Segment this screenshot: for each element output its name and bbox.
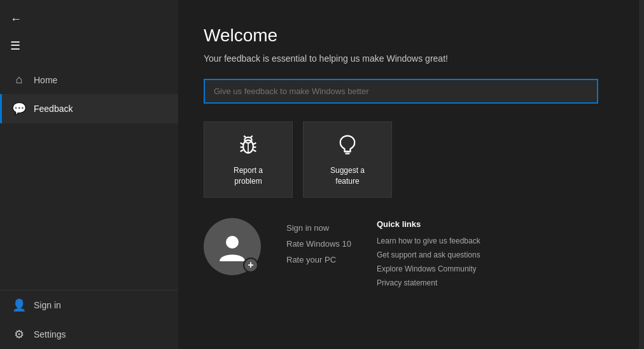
privacy-link[interactable]: Privacy statement xyxy=(377,278,480,287)
feedback-search-input[interactable] xyxy=(204,79,598,104)
lightbulb-icon xyxy=(336,133,359,160)
svg-line-4 xyxy=(241,142,244,144)
signin-icon: 👤 xyxy=(12,298,26,312)
back-icon: ← xyxy=(10,13,22,26)
svg-line-6 xyxy=(241,150,244,151)
svg-line-9 xyxy=(253,150,256,151)
sidebar-bottom: 👤 Sign in ⚙ Settings xyxy=(0,290,178,349)
sidebar-item-home-label: Home xyxy=(34,75,57,85)
bottom-section: + Sign in now Rate Windows 10 Rate your … xyxy=(204,218,619,287)
svg-point-13 xyxy=(226,236,239,249)
action-cards: Report aproblem Suggest afeature xyxy=(204,121,619,198)
sidebar-item-settings-label: Settings xyxy=(34,329,66,339)
sign-in-links: Sign in now Rate Windows 10 Rate your PC xyxy=(286,218,351,264)
avatar-add-icon: + xyxy=(243,257,258,273)
svg-line-2 xyxy=(244,135,246,137)
rate-pc-link[interactable]: Rate your PC xyxy=(286,255,351,264)
sidebar: ← ☰ ⌂ Home 💬 Feedback 👤 Sign in ⚙ Settin… xyxy=(0,0,178,349)
svg-line-3 xyxy=(250,135,252,137)
get-support-link[interactable]: Get support and ask questions xyxy=(377,250,480,259)
suggest-feature-label: Suggest afeature xyxy=(330,165,365,187)
page-subtitle: Your feedback is essential to helping us… xyxy=(204,53,619,64)
quick-links: Quick links Learn how to give us feedbac… xyxy=(377,218,480,287)
quick-links-title: Quick links xyxy=(377,219,480,229)
avatar-icon xyxy=(216,231,248,263)
explore-community-link[interactable]: Explore Windows Community xyxy=(377,264,480,273)
scrollbar[interactable] xyxy=(639,0,644,349)
rate-windows-link[interactable]: Rate Windows 10 xyxy=(286,239,351,249)
sidebar-item-home[interactable]: ⌂ Home xyxy=(0,65,178,94)
svg-line-7 xyxy=(253,142,256,144)
report-problem-card[interactable]: Report aproblem xyxy=(204,121,293,198)
main-content: Welcome Your feedback is essential to he… xyxy=(178,0,644,349)
home-icon: ⌂ xyxy=(12,73,26,86)
hamburger-icon: ☰ xyxy=(10,39,20,53)
page-title: Welcome xyxy=(204,25,619,46)
sidebar-item-settings[interactable]: ⚙ Settings xyxy=(0,320,178,349)
settings-icon: ⚙ xyxy=(12,327,26,341)
feedback-icon: 💬 xyxy=(12,102,26,116)
sidebar-item-signin[interactable]: 👤 Sign in xyxy=(0,291,178,320)
report-problem-label: Report aproblem xyxy=(234,165,263,187)
sidebar-nav: ⌂ Home 💬 Feedback xyxy=(0,65,178,290)
sidebar-item-feedback[interactable]: 💬 Feedback xyxy=(0,94,178,123)
learn-feedback-link[interactable]: Learn how to give us feedback xyxy=(377,236,480,245)
sidebar-item-feedback-label: Feedback xyxy=(34,104,73,114)
user-avatar[interactable]: + xyxy=(204,218,261,275)
suggest-feature-card[interactable]: Suggest afeature xyxy=(303,121,392,198)
back-button[interactable]: ← xyxy=(0,6,178,32)
sign-in-now-link[interactable]: Sign in now xyxy=(286,223,351,233)
hamburger-button[interactable]: ☰ xyxy=(0,32,178,59)
sidebar-item-signin-label: Sign in xyxy=(34,300,61,310)
bug-icon xyxy=(237,133,260,160)
